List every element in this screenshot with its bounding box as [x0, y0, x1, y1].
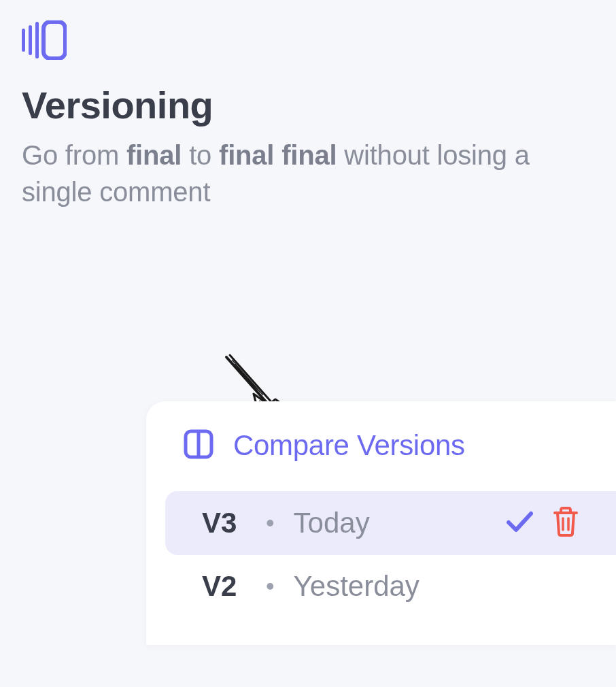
svg-rect-3 [44, 22, 65, 58]
versions-card: Compare Versions V3 • Today V2 [146, 401, 616, 645]
compare-versions-label: Compare Versions [233, 429, 465, 462]
svg-rect-0 [22, 29, 25, 52]
version-row[interactable]: V2 • Yesterday [165, 555, 616, 618]
version-id: V2 [202, 570, 247, 603]
page-subtitle: Go from final to final final without los… [22, 137, 594, 210]
svg-rect-1 [29, 25, 32, 55]
version-row[interactable]: V3 • Today [165, 491, 616, 555]
trash-icon[interactable] [552, 506, 579, 540]
version-id: V3 [202, 507, 247, 539]
columns-icon [183, 429, 214, 463]
svg-rect-2 [35, 22, 39, 58]
compare-versions-button[interactable]: Compare Versions [146, 429, 616, 491]
separator-dot-icon: • [266, 511, 275, 535]
check-icon[interactable] [504, 507, 534, 539]
versioning-icon [22, 20, 594, 63]
page-title: Versioning [22, 83, 594, 127]
version-date: Today [294, 507, 485, 539]
version-date: Yesterday [294, 570, 579, 603]
separator-dot-icon: • [266, 574, 275, 599]
